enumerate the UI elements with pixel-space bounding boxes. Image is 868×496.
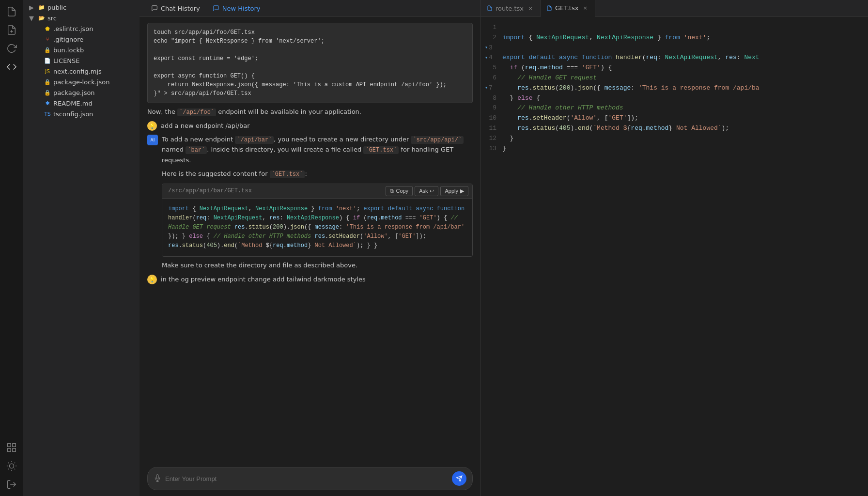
json-icon: ⬟ — [44, 25, 51, 32]
line-num: 13 — [485, 144, 496, 154]
terminal-block: touch src/app/api/foo/GET.tsx echo "impo… — [147, 23, 473, 103]
svg-line-10 — [15, 469, 15, 469]
inline-code: `GET.tsx` — [270, 170, 305, 178]
code-icon[interactable] — [4, 59, 19, 75]
apply-button[interactable]: Apply ▶ — [440, 186, 468, 196]
inline-code: `/api/bar` — [235, 136, 274, 144]
chat-panel: Chat History New History touch src/app/a… — [140, 0, 480, 496]
line-numbers: 1 2 ▾3 ▾4 5 6 ▾7 8 9 10 11 12 13 — [481, 17, 500, 496]
sidebar-item-label: README.md — [53, 100, 93, 107]
svg-rect-3 — [13, 444, 16, 447]
sidebar-item-src[interactable]: ▼ 📂 src — [23, 13, 140, 23]
ask-button[interactable]: Ask ↩ — [415, 186, 438, 196]
refresh-icon[interactable] — [4, 41, 19, 56]
line-num: 6 — [485, 73, 496, 83]
chat-input[interactable] — [165, 475, 448, 482]
sidebar-item-label: tsconfig.json — [53, 110, 93, 118]
terminal-line: export async function GET() { — [154, 72, 466, 80]
activity-bar — [0, 0, 23, 496]
terminal-line: }" > src/app/api/foo/GET.tsx — [154, 89, 466, 98]
assistant-pre-text: Here is the suggested content for `GET.t… — [162, 169, 473, 179]
line-num: 11 — [485, 124, 496, 134]
terminal-line — [154, 46, 466, 54]
chat-input-wrapper — [147, 467, 473, 490]
sidebar-item-gitignore[interactable]: ⑂ .gitignore — [23, 34, 140, 45]
line-num: ▾7 — [485, 83, 496, 93]
user-message-text-2: in the og preview endpoint change add ta… — [161, 275, 366, 283]
file-new-icon[interactable] — [4, 22, 19, 38]
assistant-post-text: Make sure to create the directory and fi… — [162, 261, 473, 271]
user-message-text: add a new endpoint /api/bar — [161, 121, 250, 129]
assistant-intro-text: To add a new endpoint `/api/bar`, you ne… — [162, 135, 473, 165]
sidebar-item-label: .gitignore — [53, 36, 83, 43]
sidebar-item-label: package.json — [53, 89, 95, 96]
text-icon: 📄 — [44, 57, 51, 64]
code-block: /src/app/api/bar/GET.tsx ⧉ Copy Ask ↩ — [162, 184, 473, 257]
inline-code: `GET.tsx` — [363, 146, 399, 154]
git-icon: ⑂ — [44, 35, 51, 43]
svg-rect-4 — [8, 449, 11, 451]
sun-icon[interactable] — [4, 458, 19, 474]
copy-button[interactable]: ⧉ Copy — [386, 186, 413, 196]
editor-code[interactable]: import { NextApiRequest, NextApiResponse… — [500, 17, 868, 496]
tab-close-route[interactable]: × — [527, 4, 534, 12]
ask-label: Ask — [419, 188, 428, 194]
send-button[interactable] — [452, 471, 466, 486]
terminal-line: echo "import { NextResponse } from 'next… — [154, 37, 466, 46]
sidebar-item-license[interactable]: 📄 LICENSE — [23, 55, 140, 66]
mic-icon[interactable] — [154, 474, 161, 483]
tab-get-tsx[interactable]: GET.tsx × — [541, 0, 595, 17]
assistant-avatar: AI — [147, 135, 158, 145]
tab-route-tsx-label: route.tsx — [496, 5, 524, 12]
svg-line-9 — [8, 463, 9, 463]
sidebar-item-package-lock[interactable]: 🔒 package-lock.json — [23, 77, 140, 87]
sidebar-item-public[interactable]: ▶ 📁 public — [23, 2, 140, 13]
inline-code: `/api/foo` — [177, 108, 216, 116]
line-num: 2 — [485, 33, 496, 43]
lock-icon: 🔒 — [44, 46, 51, 54]
user-avatar-2: 💡 — [147, 275, 157, 284]
grid-icon[interactable] — [4, 440, 19, 455]
json-icon: 🔒 — [44, 89, 51, 96]
files-icon[interactable] — [4, 4, 19, 19]
editor-panel: route.tsx × GET.tsx × 1 2 ▾3 ▾4 5 6 ▾7 8… — [480, 0, 868, 496]
tab-close-get[interactable]: × — [581, 4, 589, 12]
tab-chat-history[interactable]: Chat History — [145, 0, 206, 17]
code-block-actions: ⧉ Copy Ask ↩ Apply ▶ — [386, 186, 468, 196]
line-num: ▾3 — [485, 43, 496, 53]
svg-rect-5 — [13, 449, 16, 451]
sidebar-item-label: .eslintrc.json — [53, 25, 93, 32]
assistant-code-message: AI To add a new endpoint `/api/bar`, you… — [147, 135, 473, 271]
line-num: 5 — [485, 63, 496, 73]
sidebar-item-package[interactable]: 🔒 package.json — [23, 87, 140, 98]
line-num: 8 — [485, 93, 496, 104]
logout-icon[interactable] — [4, 477, 19, 492]
tab-route-tsx[interactable]: route.tsx × — [481, 0, 541, 17]
sidebar-item-readme[interactable]: ✱ README.md — [23, 98, 140, 108]
tab-new-history-label: New History — [222, 5, 261, 12]
sidebar-item-label: LICENSE — [53, 57, 80, 64]
code-block-header: /src/app/api/bar/GET.tsx ⧉ Copy Ask ↩ — [162, 184, 472, 199]
tab-get-tsx-label: GET.tsx — [555, 4, 578, 12]
line-num: 12 — [485, 134, 496, 144]
md-icon: ✱ — [44, 99, 51, 107]
chat-header: Chat History New History — [140, 0, 480, 17]
folder-open-icon: 📂 — [38, 14, 46, 22]
inline-code: `src/app/api/` — [411, 136, 464, 144]
user-message: 💡 add a new endpoint /api/bar — [147, 121, 473, 131]
line-num: ▾4 — [485, 53, 496, 63]
sidebar-item-label: next.config.mjs — [53, 68, 102, 75]
sidebar-item-eslintrc[interactable]: ⬟ .eslintrc.json — [23, 23, 140, 34]
ask-icon: ↩ — [430, 188, 434, 194]
activity-bar-bottom — [4, 440, 19, 492]
tab-new-history[interactable]: New History — [207, 0, 266, 17]
sidebar-item-label: bun.lockb — [53, 46, 84, 54]
sidebar-item-tsconfig[interactable]: TS tsconfig.json — [23, 108, 140, 119]
terminal-line — [154, 63, 466, 72]
apply-label: Apply — [445, 188, 458, 194]
editor-tabs: route.tsx × GET.tsx × — [481, 0, 868, 17]
editor-content: 1 2 ▾3 ▾4 5 6 ▾7 8 9 10 11 12 13 import … — [481, 17, 868, 496]
sidebar-item-next-config[interactable]: JS next.config.mjs — [23, 66, 140, 77]
code-block-filename: /src/app/api/bar/GET.tsx — [168, 187, 252, 194]
sidebar-item-bun-lockb[interactable]: 🔒 bun.lockb — [23, 45, 140, 55]
